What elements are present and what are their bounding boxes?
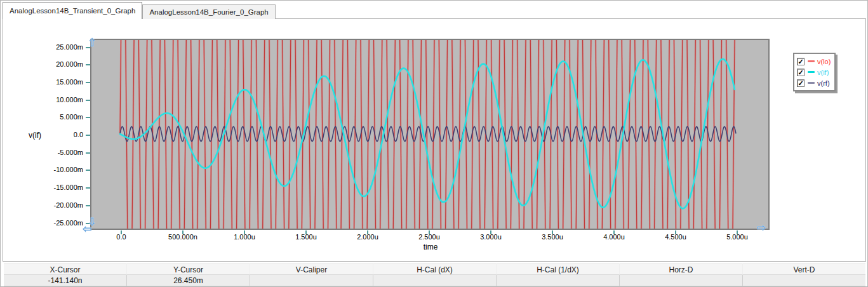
y-tick-mark	[86, 64, 90, 65]
measurement-value-y-cursor: 26.450m	[127, 275, 250, 286]
measurement-header-horz-d: Horz-D	[620, 264, 743, 275]
legend-row-v-lo: ✓v(lo)	[797, 56, 831, 67]
x-axis-title: time	[410, 243, 451, 251]
y-tick-label: -20.000m	[44, 201, 83, 209]
legend-color-dash-v-if	[808, 71, 815, 73]
y-tick-label: 20.000m	[44, 60, 83, 68]
measurement-value-x-cursor: -141.140n	[4, 275, 127, 286]
y-cursor-arrow-up-icon[interactable]: ⇧	[88, 37, 97, 48]
x-tick-label: 4.500u	[647, 233, 704, 241]
x-tick-label: 3.000u	[462, 233, 519, 241]
x-tick-label: 5.000u	[709, 233, 766, 241]
tab-analoglesson14b-fourier-0-graph[interactable]: AnalogLesson14B_Fourier_0_Graph	[142, 4, 275, 19]
x-tick-label: 2.500u	[401, 233, 458, 241]
y-tick-label: 15.000m	[44, 78, 83, 86]
tab-bar: AnalogLesson14B_Transient_0_GraphAnalogL…	[3, 1, 276, 19]
measurement-header-vert-d: Vert-D	[743, 264, 865, 275]
y-tick-mark	[86, 170, 90, 171]
legend-checkbox-v-rf[interactable]: ✓	[797, 79, 805, 87]
x-tick-label: 1.000u	[216, 233, 273, 241]
y-tick-label: -15.000m	[44, 184, 83, 191]
y-tick-label: -5.000m	[44, 149, 83, 156]
y-tick-label: -10.000m	[44, 166, 83, 173]
y-tick-mark	[86, 205, 90, 206]
legend-color-dash-v-rf	[808, 82, 815, 84]
tab-analoglesson14b-transient-0-graph[interactable]: AnalogLesson14B_Transient_0_Graph	[3, 2, 142, 19]
y-tick-label: 0.0	[44, 131, 83, 138]
measurement-header-h-cal-dx: H-Cal (dX)	[373, 264, 497, 275]
y-axis-title: v(if)	[29, 131, 41, 140]
y-tick-label: -25.000m	[44, 219, 83, 227]
waveform-plot-canvas[interactable]	[91, 40, 768, 229]
legend-row-v-if: ✓v(if)	[797, 67, 831, 77]
measurement-header-x-cursor: X-Cursor	[4, 264, 127, 275]
x-tick-label: 500.000n	[154, 233, 211, 241]
measurement-header-h-cal-1-dx: H-Cal (1/dX)	[497, 264, 620, 275]
measurement-value-h-cal-dx	[373, 275, 497, 286]
y-tick-mark	[86, 135, 90, 136]
measurement-value-row: -141.140n26.450m	[4, 275, 865, 286]
legend-color-dash-v-lo	[808, 60, 815, 62]
y-tick-mark	[86, 82, 90, 83]
y-tick-mark	[86, 152, 90, 154]
legend-checkbox-v-lo[interactable]: ✓	[797, 58, 805, 65]
x-tick-label: 1.500u	[277, 233, 335, 241]
legend-label-v-lo: v(lo)	[817, 58, 831, 65]
measurement-value-v-caliper	[250, 275, 373, 286]
y-tick-label: 25.000m	[44, 43, 83, 51]
measurement-header-v-caliper: V-Caliper	[250, 264, 373, 275]
measurement-header-y-cursor: Y-Cursor	[127, 264, 250, 275]
x-tick-label: 3.500u	[524, 233, 581, 241]
measurement-value-vert-d	[743, 275, 865, 286]
measurement-value-horz-d	[620, 275, 743, 286]
x-cursor-arrow-right-icon[interactable]: ⇨	[757, 222, 766, 233]
y-tick-label: 5.000m	[44, 113, 83, 121]
legend-label-v-rf: v(rf)	[817, 79, 830, 87]
measurement-table: X-CursorY-CursorV-CaliperH-Cal (dX)H-Cal…	[4, 264, 865, 286]
x-tick-label: 2.000u	[339, 233, 396, 241]
waveform-viewer-window: AnalogLesson14B_Transient_0_GraphAnalogL…	[0, 0, 868, 287]
legend-checkbox-v-if[interactable]: ✓	[797, 69, 805, 76]
plot-area	[90, 39, 770, 230]
y-tick-label: 10.000m	[44, 96, 83, 103]
legend-label-v-if: v(if)	[817, 69, 829, 76]
y-tick-mark	[86, 187, 90, 189]
x-tick-label: 4.000u	[585, 233, 643, 241]
legend-box: ✓v(lo)✓v(if)✓v(rf)	[793, 53, 836, 91]
x-cursor-arrow-left-icon[interactable]: ⇦	[83, 224, 91, 234]
measurement-value-h-cal-1-dx	[497, 275, 620, 286]
legend-row-v-rf: ✓v(rf)	[797, 77, 831, 88]
measurement-header-row: X-CursorY-CursorV-CaliperH-Cal (dX)H-Cal…	[4, 264, 865, 275]
y-tick-mark	[86, 100, 90, 101]
y-tick-mark	[86, 117, 90, 118]
x-tick-label: 0.0	[93, 233, 150, 241]
